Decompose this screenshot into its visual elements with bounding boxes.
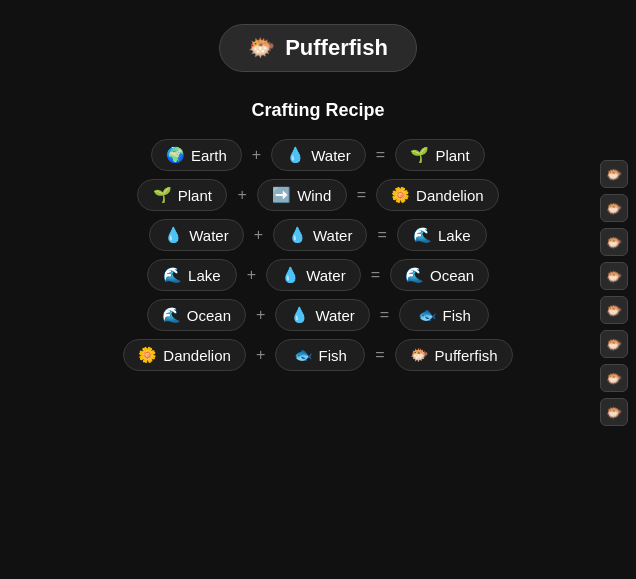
result-icon: 🌊 [413,226,432,244]
result-icon: 🌱 [410,146,429,164]
recipe-input1[interactable]: 🌼 Dandelion [123,339,246,371]
recipe-list: 🌍 Earth + 💧 Water = 🌱 Plant 🌱 Plant + ➡️… [123,139,512,371]
input1-label: Earth [191,147,227,164]
side-button-7[interactable]: 🐡 [600,398,628,426]
side-button-5[interactable]: 🐡 [600,330,628,358]
recipe-input2[interactable]: 🐟 Fish [275,339,365,371]
input2-label: Wind [297,187,331,204]
plus-operator: + [256,346,265,364]
result-label: Dandelion [416,187,484,204]
side-button-0[interactable]: 🐡 [600,160,628,188]
recipe-input2[interactable]: 💧 Water [275,299,369,331]
recipe-row: 🌼 Dandelion + 🐟 Fish = 🐡 Pufferfish [123,339,512,371]
recipe-row: 💧 Water + 💧 Water = 🌊 Lake [149,219,487,251]
input2-label: Water [313,227,352,244]
plus-operator: + [252,146,261,164]
equals-operator: = [357,186,366,204]
plus-operator: + [256,306,265,324]
result-label: Pufferfish [435,347,498,364]
input2-icon: ➡️ [272,186,291,204]
recipe-result[interactable]: 🐟 Fish [399,299,489,331]
input2-label: Water [306,267,345,284]
input1-label: Ocean [187,307,231,324]
recipe-input1[interactable]: 🌍 Earth [151,139,242,171]
plus-operator: + [237,186,246,204]
input1-label: Water [189,227,228,244]
result-icon: 🌊 [405,266,424,284]
input1-icon: 🌊 [162,306,181,324]
result-icon: 🌼 [391,186,410,204]
input1-icon: 🌱 [153,186,172,204]
input1-label: Plant [178,187,212,204]
input1-icon: 🌊 [163,266,182,284]
input2-label: Fish [319,347,347,364]
equals-operator: = [375,346,384,364]
recipe-result[interactable]: 🌼 Dandelion [376,179,499,211]
input1-label: Lake [188,267,221,284]
side-button-4[interactable]: 🐡 [600,296,628,324]
crafting-section: Crafting Recipe 🌍 Earth + 💧 Water = 🌱 Pl… [0,100,636,371]
input2-icon: 🐟 [294,346,313,364]
side-buttons-panel: 🐡🐡🐡🐡🐡🐡🐡🐡 [600,160,628,426]
result-icon: 🐡 [410,346,429,364]
recipe-result[interactable]: 🌊 Lake [397,219,487,251]
recipe-input2[interactable]: 💧 Water [273,219,367,251]
recipe-result[interactable]: 🌱 Plant [395,139,485,171]
result-label: Ocean [430,267,474,284]
equals-operator: = [376,146,385,164]
side-button-1[interactable]: 🐡 [600,194,628,222]
input2-icon: 💧 [286,146,305,164]
input1-icon: 💧 [164,226,183,244]
recipe-input1[interactable]: 💧 Water [149,219,243,251]
equals-operator: = [380,306,389,324]
recipe-input2[interactable]: ➡️ Wind [257,179,347,211]
recipe-result[interactable]: 🌊 Ocean [390,259,489,291]
plus-operator: + [254,226,263,244]
input1-icon: 🌍 [166,146,185,164]
input2-icon: 💧 [288,226,307,244]
recipe-row: 🌱 Plant + ➡️ Wind = 🌼 Dandelion [137,179,498,211]
result-icon: 🐟 [418,306,437,324]
recipe-input2[interactable]: 💧 Water [271,139,365,171]
side-button-3[interactable]: 🐡 [600,262,628,290]
result-label: Lake [438,227,471,244]
recipe-result[interactable]: 🐡 Pufferfish [395,339,513,371]
input2-label: Water [315,307,354,324]
header-title: Pufferfish [285,35,388,61]
equals-operator: = [377,226,386,244]
recipe-input2[interactable]: 💧 Water [266,259,360,291]
crafting-title: Crafting Recipe [251,100,384,121]
input2-icon: 💧 [281,266,300,284]
side-button-6[interactable]: 🐡 [600,364,628,392]
equals-operator: = [371,266,380,284]
header-icon: 🐡 [248,35,275,61]
input1-label: Dandelion [163,347,231,364]
recipe-row: 🌊 Lake + 💧 Water = 🌊 Ocean [147,259,489,291]
result-label: Plant [435,147,469,164]
recipe-input1[interactable]: 🌊 Lake [147,259,237,291]
input2-icon: 💧 [290,306,309,324]
app-header: 🐡 Pufferfish [219,24,417,72]
recipe-row: 🌍 Earth + 💧 Water = 🌱 Plant [151,139,485,171]
recipe-input1[interactable]: 🌱 Plant [137,179,227,211]
result-label: Fish [443,307,471,324]
recipe-row: 🌊 Ocean + 💧 Water = 🐟 Fish [147,299,489,331]
input2-label: Water [311,147,350,164]
side-button-2[interactable]: 🐡 [600,228,628,256]
recipe-input1[interactable]: 🌊 Ocean [147,299,246,331]
input1-icon: 🌼 [138,346,157,364]
plus-operator: + [247,266,256,284]
